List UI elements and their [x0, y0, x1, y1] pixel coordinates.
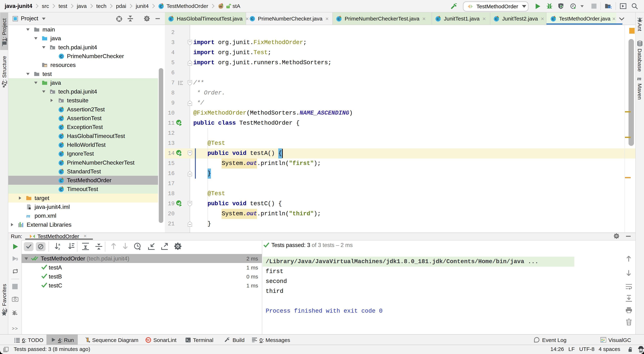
svg-text:C: C — [60, 179, 62, 183]
svg-text:9: 9 — [16, 257, 18, 261]
svg-text:C: C — [60, 161, 62, 165]
svg-text:C: C — [170, 17, 172, 21]
svg-text:C: C — [60, 143, 62, 147]
svg-text:C: C — [495, 17, 498, 21]
svg-text:C: C — [552, 17, 554, 21]
svg-text:C: C — [60, 108, 62, 112]
svg-text:C: C — [437, 17, 439, 21]
svg-text:C: C — [338, 17, 340, 21]
svg-text:C: C — [60, 152, 62, 156]
svg-text:C: C — [60, 135, 62, 138]
svg-text:C: C — [60, 170, 62, 174]
svg-text:C: C — [60, 117, 62, 120]
svg-text:a: a — [58, 243, 60, 246]
svg-text:C: C — [60, 188, 62, 192]
svg-text:C: C — [251, 17, 254, 21]
svg-text:C: C — [60, 126, 62, 129]
svg-text:C: C — [60, 54, 63, 58]
svg-text:z: z — [58, 247, 60, 251]
svg-text:m: m — [637, 75, 641, 81]
svg-text:m: m — [219, 4, 222, 8]
svg-text:m: m — [26, 213, 30, 219]
svg-text:C: C — [160, 4, 162, 8]
